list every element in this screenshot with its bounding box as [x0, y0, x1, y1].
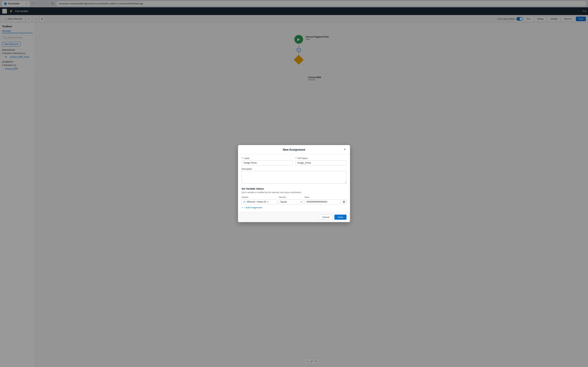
add-assignment-icon: + [242, 206, 243, 209]
set-variable-sub: Each variable is modified by the operato… [242, 191, 346, 194]
api-name-field-label: * * API Name [295, 157, 346, 159]
modal-title: New Assignment [283, 148, 305, 151]
done-button[interactable]: Done [334, 215, 346, 220]
col-operator-header: Operator [279, 196, 303, 198]
new-assignment-modal: New Assignment × * * Label * * API Name [238, 145, 350, 222]
label-input[interactable] [242, 160, 293, 165]
api-name-input[interactable] [295, 160, 346, 165]
modal-overlay: New Assignment × * * Label * * API Name [0, 0, 588, 367]
add-assignment-button[interactable]: + + Add Assignment [242, 206, 262, 209]
cancel-button[interactable]: Cancel [319, 215, 332, 220]
column-headers: Variable Operator Value [242, 196, 346, 198]
variable-remove-button[interactable]: × [267, 200, 269, 203]
label-api-row: * * Label * * API Name [242, 157, 346, 165]
modal-header: New Assignment × [238, 145, 350, 154]
api-name-field: * * API Name [295, 157, 346, 165]
row-delete-button[interactable]: 🗑 [342, 200, 346, 204]
required-marker: * [242, 157, 242, 159]
description-field: Description [242, 168, 346, 184]
assignment-row: Aₐ SRecord > Owner ID × Equals Add Subtr… [242, 199, 346, 204]
operator-select[interactable]: Equals Add Subtract Multiply Divide [279, 200, 303, 204]
required-marker: * [295, 157, 296, 159]
label-field-label: * * Label [242, 157, 293, 159]
modal-footer: Cancel Done [238, 212, 350, 222]
label-field: * * Label [242, 157, 293, 165]
col-value-header: Value [304, 196, 340, 198]
variable-tag: SRecord > Owner ID [247, 201, 266, 203]
operator-select-wrap: Equals Add Subtract Multiply Divide [279, 200, 303, 204]
variable-type-icon: Aₐ [243, 201, 246, 203]
description-label: Description [242, 168, 346, 170]
value-input[interactable] [304, 200, 340, 204]
variable-value: SRecord > Owner ID [247, 201, 266, 203]
set-variable-heading: Set Variable Values [242, 187, 346, 190]
add-assignment-label: + Add Assignment [244, 206, 262, 209]
modal-close-button[interactable]: × [342, 147, 347, 152]
variable-field[interactable]: Aₐ SRecord > Owner ID × [242, 199, 277, 204]
description-textarea[interactable] [242, 171, 346, 184]
modal-body: * * Label * * API Name Description [238, 154, 350, 212]
col-variable-header: Variable [242, 196, 277, 198]
